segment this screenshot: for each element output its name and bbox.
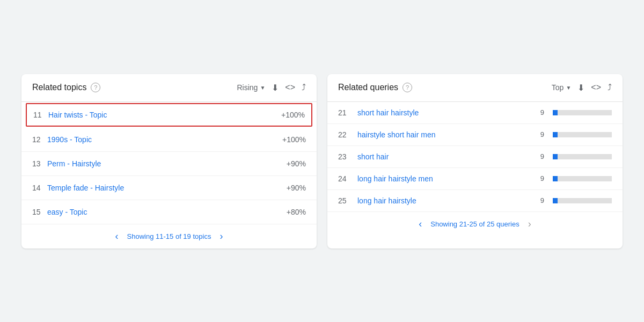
query-bar-fill-21	[553, 110, 558, 115]
queries-footer-text: Showing 21-25 of 25 queries	[430, 220, 519, 228]
queries-title: Related queries	[338, 83, 398, 92]
download-icon: ⬇	[272, 83, 279, 93]
download-icon: ⬇	[577, 83, 584, 93]
queries-filter-button[interactable]: Top ▼	[552, 83, 571, 92]
item-label-11: Hair twists - Topic	[48, 111, 281, 119]
query-label-24: long hair hairstyle men	[357, 174, 529, 183]
query-num-24: 24	[338, 174, 353, 183]
query-num-25: 25	[338, 196, 353, 205]
query-bar-25	[553, 198, 612, 203]
item-label-12: 1990s - Topic	[47, 135, 282, 144]
topics-filter-button[interactable]: Rising ▼	[237, 83, 266, 92]
query-item-23[interactable]: 23 short hair 9	[327, 146, 623, 168]
query-label-25: long hair hairstyle	[357, 196, 529, 205]
topics-code-button[interactable]: <>	[285, 83, 295, 92]
query-label-23: short hair	[357, 152, 529, 161]
queries-panel-header: Related queries ? Top ▼ ⬇ <> ⤴	[327, 74, 623, 102]
queries-code-button[interactable]: <>	[591, 83, 601, 92]
topic-item-15[interactable]: 15 easy - Topic +80%	[21, 200, 317, 224]
topic-item-highlighted[interactable]: 11 Hair twists - Topic +100%	[26, 103, 312, 127]
query-bar-22	[553, 132, 612, 137]
queries-prev-button[interactable]: ‹	[416, 218, 424, 230]
item-value-15: +80%	[287, 208, 306, 216]
queries-header-left: Related queries ?	[338, 83, 412, 92]
queries-filter-arrow-icon: ▼	[566, 85, 571, 91]
queries-help-icon[interactable]: ?	[402, 83, 412, 92]
queries-header-right: Top ▼ ⬇ <> ⤴	[552, 83, 612, 93]
item-value-12: +100%	[282, 135, 306, 144]
query-bar-fill-25	[553, 198, 558, 203]
queries-download-button[interactable]: ⬇	[577, 83, 584, 93]
topics-footer-text: Showing 11-15 of 19 topics	[127, 232, 211, 240]
share-icon: ⤴	[608, 83, 612, 92]
item-num-11: 11	[33, 111, 48, 119]
item-num-15: 15	[32, 208, 47, 216]
main-container: Related topics ? Rising ▼ ⬇ <> ⤴	[11, 63, 633, 259]
item-value-11: +100%	[281, 111, 305, 119]
item-num-14: 14	[32, 184, 47, 192]
queries-share-button[interactable]: ⤴	[608, 83, 612, 92]
query-score-23: 9	[533, 152, 544, 160]
item-value-13: +90%	[287, 159, 306, 168]
query-label-22: hairstyle short hair men	[357, 130, 529, 139]
item-value-14: +90%	[287, 184, 306, 192]
topics-download-button[interactable]: ⬇	[272, 83, 279, 93]
topics-list: 11 Hair twists - Topic +100% 12 1990s - …	[21, 103, 317, 224]
item-label-14: Temple fade - Hairstyle	[47, 184, 287, 192]
query-bar-fill-22	[553, 132, 558, 137]
query-item-25[interactable]: 25 long hair hairstyle 9	[327, 190, 623, 212]
queries-list: 21 short hair hairstyle 9 22 hairstyle s…	[327, 102, 623, 212]
code-icon: <>	[285, 83, 295, 92]
code-icon: <>	[591, 83, 601, 92]
topics-footer: ‹ Showing 11-15 of 19 topics ›	[21, 224, 317, 248]
query-item-22[interactable]: 22 hairstyle short hair men 9	[327, 124, 623, 146]
query-score-22: 9	[533, 130, 544, 138]
query-num-21: 21	[338, 108, 353, 117]
query-score-21: 9	[533, 108, 544, 116]
topics-header-right: Rising ▼ ⬇ <> ⤴	[237, 83, 306, 93]
item-num-13: 13	[32, 159, 47, 168]
topics-prev-button[interactable]: ‹	[113, 231, 121, 242]
topics-share-button[interactable]: ⤴	[302, 83, 306, 92]
share-icon: ⤴	[302, 83, 306, 92]
query-item-24[interactable]: 24 long hair hairstyle men 9	[327, 168, 623, 190]
topic-item-12[interactable]: 12 1990s - Topic +100%	[21, 128, 317, 152]
query-item-21[interactable]: 21 short hair hairstyle 9	[327, 102, 623, 124]
topic-item-13[interactable]: 13 Perm - Hairstyle +90%	[21, 152, 317, 176]
topics-help-icon[interactable]: ?	[91, 83, 100, 92]
query-label-21: short hair hairstyle	[357, 108, 529, 117]
queries-footer: ‹ Showing 21-25 of 25 queries ›	[327, 212, 623, 236]
topics-title: Related topics	[32, 83, 86, 92]
item-num-12: 12	[32, 135, 47, 144]
query-bar-24	[553, 176, 612, 181]
query-bar-fill-24	[553, 176, 558, 181]
topics-next-button[interactable]: ›	[217, 231, 225, 242]
query-bar-21	[553, 110, 612, 115]
topics-panel-header: Related topics ? Rising ▼ ⬇ <> ⤴	[21, 74, 317, 102]
query-bar-fill-23	[553, 154, 558, 159]
queries-next-button[interactable]: ›	[526, 218, 533, 230]
query-score-24: 9	[533, 174, 544, 182]
query-num-23: 23	[338, 152, 353, 161]
query-score-25: 9	[533, 196, 544, 204]
query-bar-23	[553, 154, 612, 159]
related-topics-panel: Related topics ? Rising ▼ ⬇ <> ⤴	[21, 74, 317, 248]
query-num-22: 22	[338, 130, 353, 139]
item-label-15: easy - Topic	[47, 208, 287, 216]
related-queries-panel: Related queries ? Top ▼ ⬇ <> ⤴	[327, 74, 623, 248]
topics-header-left: Related topics ?	[32, 83, 100, 92]
item-label-13: Perm - Hairstyle	[47, 159, 287, 168]
topics-filter-arrow-icon: ▼	[260, 85, 265, 91]
topic-item-14[interactable]: 14 Temple fade - Hairstyle +90%	[21, 176, 317, 200]
